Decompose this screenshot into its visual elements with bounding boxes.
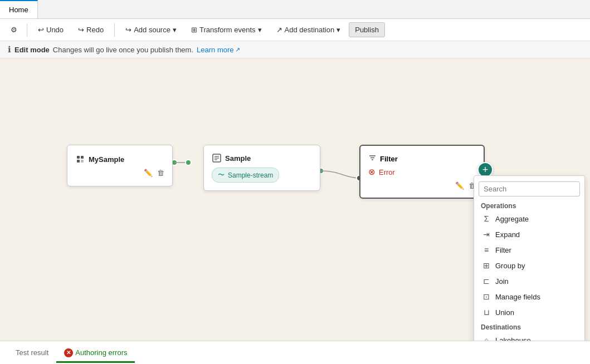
node-filter: Filter ⊗ Error ✏️ 🗑 <box>359 145 485 199</box>
svg-point-2 <box>186 160 191 165</box>
filter-item[interactable]: ≡ Filter <box>474 242 584 258</box>
info-message: Changes will go live once you publish th… <box>53 46 193 54</box>
lakehouse-item[interactable]: ⌂ Lakehouse <box>474 332 584 341</box>
union-icon: ⊔ <box>482 308 491 317</box>
expand-icon: ⇥ <box>482 230 491 239</box>
separator2 <box>114 23 115 37</box>
main-area: MySample ✏️ 🗑 Sample 〜 Sample-stream <box>0 58 590 341</box>
redo-label: Redo <box>86 26 104 34</box>
transform-icon: ⊞ <box>191 26 197 34</box>
undo-icon: ↩ <box>38 26 44 34</box>
add-source-button[interactable]: ↪ Add source ▾ <box>119 22 183 37</box>
sample-stream-chip[interactable]: 〜 Sample-stream <box>212 168 279 183</box>
test-result-label: Test result <box>16 348 48 357</box>
search-container <box>474 179 584 199</box>
union-label: Union <box>495 308 514 317</box>
mysample-edit-icon[interactable]: ✏️ <box>144 169 153 177</box>
mysample-icon <box>75 154 85 164</box>
transform-label: Transform events <box>199 26 256 34</box>
node-sample: Sample 〜 Sample-stream <box>203 145 320 191</box>
filter-menu-icon: ≡ <box>482 245 491 254</box>
svg-rect-6 <box>81 156 84 159</box>
add-source-chevron: ▾ <box>173 26 177 34</box>
aggregate-item[interactable]: Σ Aggregate <box>474 211 584 227</box>
error-label: Error <box>379 168 395 176</box>
filter-error: ⊗ Error <box>368 167 476 177</box>
mysample-actions: ✏️ 🗑 <box>75 169 164 177</box>
add-destination-button[interactable]: ↗ Add destination ▾ <box>270 22 347 37</box>
groupby-item[interactable]: ⊞ Group by <box>474 258 584 273</box>
undo-button[interactable]: ↩ Undo <box>32 22 70 37</box>
authoring-errors-label: Authoring errors <box>75 348 127 357</box>
aggregate-icon: Σ <box>482 214 491 223</box>
edit-mode-label: Edit mode <box>14 46 50 54</box>
svg-rect-5 <box>77 156 80 159</box>
test-result-tab[interactable]: Test result <box>8 343 56 362</box>
groupby-icon: ⊞ <box>482 261 491 270</box>
filter-title: Filter <box>368 154 476 164</box>
sample-icon <box>212 153 222 163</box>
tab-bar: Home <box>0 0 590 19</box>
info-icon: ℹ <box>8 45 11 55</box>
lakehouse-icon: ⌂ <box>482 336 491 341</box>
sample-name: Sample <box>225 154 251 163</box>
publish-label: Publish <box>355 26 379 34</box>
redo-icon: ↪ <box>78 26 84 34</box>
authoring-errors-badge: ✕ Authoring errors <box>64 348 127 357</box>
undo-label: Undo <box>46 26 64 34</box>
error-count-icon: ✕ <box>64 348 73 357</box>
learn-more-link[interactable]: Learn more ↗ <box>197 46 240 54</box>
union-item[interactable]: ⊔ Union <box>474 304 584 320</box>
transform-chevron: ▾ <box>258 26 262 34</box>
add-destination-chevron: ▾ <box>337 26 340 34</box>
expand-label: Expand <box>495 230 520 239</box>
search-input[interactable] <box>479 181 580 196</box>
join-label: Join <box>495 277 509 286</box>
operations-section-label: Operations <box>474 199 584 211</box>
svg-rect-8 <box>81 160 84 163</box>
join-item[interactable]: ⊏ Join <box>474 273 584 289</box>
transform-button[interactable]: ⊞ Transform events ▾ <box>185 22 268 37</box>
mysample-delete-icon[interactable]: 🗑 <box>157 169 164 177</box>
bottom-bar: Test result ✕ Authoring errors <box>0 341 590 364</box>
error-icon: ⊗ <box>368 167 376 177</box>
publish-button[interactable]: Publish <box>349 22 385 37</box>
filter-actions: ✏️ 🗑 <box>368 181 476 190</box>
svg-rect-7 <box>77 160 80 163</box>
learn-more-text: Learn more <box>197 46 233 54</box>
filter-menu-label: Filter <box>495 246 511 254</box>
aggregate-label: Aggregate <box>495 215 529 223</box>
manage-fields-icon: ⊡ <box>482 292 491 301</box>
stream-chip-icon: 〜 <box>218 170 225 180</box>
info-bar: ℹ Edit mode Changes will go live once yo… <box>0 41 590 58</box>
manage-fields-label: Manage fields <box>495 293 540 301</box>
filter-name: Filter <box>380 155 398 163</box>
groupby-label: Group by <box>495 262 525 270</box>
gear-icon: ⚙ <box>11 26 17 34</box>
add-destination-icon: ↗ <box>276 26 282 34</box>
filter-icon <box>368 154 377 164</box>
mysample-name: MySample <box>89 155 124 164</box>
stream-chip-label: Sample-stream <box>228 171 273 179</box>
manage-fields-item[interactable]: ⊡ Manage fields <box>474 289 584 304</box>
add-destination-label: Add destination <box>285 26 335 34</box>
redo-button[interactable]: ↪ Redo <box>72 22 110 37</box>
destinations-section-label: Destinations <box>474 320 584 332</box>
home-tab[interactable]: Home <box>0 0 38 18</box>
sample-title: Sample <box>212 153 312 163</box>
separator <box>27 23 27 37</box>
canvas[interactable]: MySample ✏️ 🗑 Sample 〜 Sample-stream <box>0 58 590 341</box>
add-source-icon: ↪ <box>125 26 131 34</box>
toolbar: ⚙ ↩ Undo ↪ Redo ↪ Add source ▾ ⊞ Transfo… <box>0 19 590 41</box>
gear-button[interactable]: ⚙ <box>6 22 22 37</box>
app: Home ⚙ ↩ Undo ↪ Redo ↪ Add source ▾ ⊞ Tr… <box>0 0 590 364</box>
lakehouse-label: Lakehouse <box>495 336 531 341</box>
external-link-icon: ↗ <box>235 46 240 53</box>
add-source-label: Add source <box>134 26 170 34</box>
authoring-errors-tab[interactable]: ✕ Authoring errors <box>56 342 135 363</box>
plus-icon: + <box>482 164 489 176</box>
expand-item[interactable]: ⇥ Expand <box>474 227 584 242</box>
filter-edit-icon[interactable]: ✏️ <box>455 181 464 190</box>
join-icon: ⊏ <box>482 277 491 286</box>
node-mysample: MySample ✏️ 🗑 <box>67 145 173 186</box>
